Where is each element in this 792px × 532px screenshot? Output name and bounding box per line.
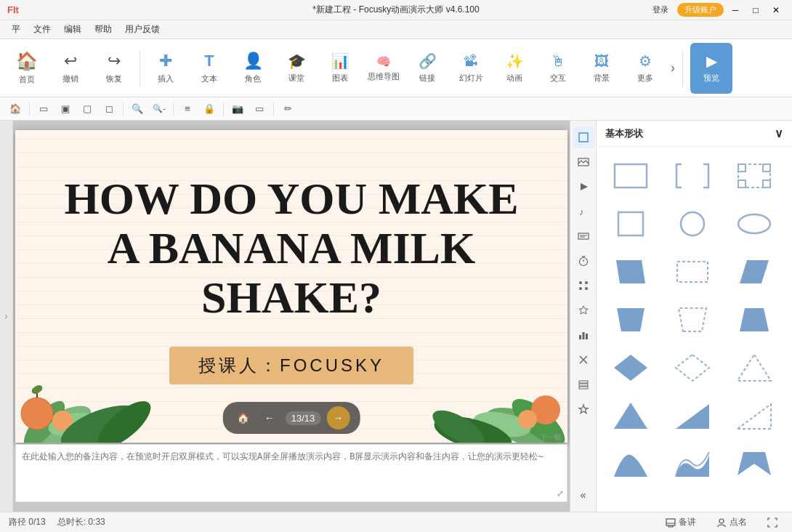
shape-diamond-outline[interactable] [666, 346, 719, 390]
shape-circle[interactable] [666, 202, 719, 246]
tool-interaction[interactable]: 🖱 交互 [537, 43, 579, 94]
rp-star-btn[interactable] [573, 398, 594, 420]
shape-pentagon[interactable] [727, 442, 781, 485]
toolbar-expand[interactable]: › [668, 57, 678, 78]
rp-collapse-btn[interactable]: « [573, 484, 594, 506]
action-rect2[interactable]: ▣ [56, 100, 75, 118]
menu-feedback[interactable]: 用户反馈 [119, 22, 166, 37]
rp-group-btn[interactable] [573, 275, 594, 297]
prev-overlay-btn[interactable]: ← [259, 408, 280, 428]
rp-layers-btn[interactable] [573, 374, 594, 395]
rp-music-btn[interactable]: ♪ [573, 201, 594, 222]
action-rect1[interactable]: ▭ [34, 100, 53, 118]
close-button[interactable]: ✕ [767, 4, 785, 17]
shape-triangle-outline[interactable] [727, 346, 781, 390]
svg-marker-60 [676, 404, 709, 429]
home-overlay-btn[interactable]: 🏠 [233, 408, 254, 428]
svg-marker-53 [617, 308, 644, 331]
shape-diamond-filled[interactable] [604, 346, 658, 390]
tool-character[interactable]: 👤 角色 [232, 43, 274, 94]
shape-bracket-rect[interactable] [666, 154, 719, 198]
rp-animate-btn[interactable] [573, 299, 594, 321]
tool-redo[interactable]: ↪ 恢复 [93, 43, 135, 94]
tool-slideshow[interactable]: 📽 幻灯片 [450, 43, 492, 94]
rp-timer-btn[interactable] [573, 250, 594, 272]
svg-line-26 [583, 256, 585, 257]
svg-rect-44 [763, 164, 770, 172]
path-info: 路径 0/13 [9, 516, 46, 528]
tool-animation[interactable]: ✨ 动画 [493, 43, 536, 94]
tool-background[interactable]: 🖼 背景 [581, 43, 623, 94]
shape-solid-square[interactable] [604, 202, 658, 246]
slide-canvas[interactable]: HOW DO YOU MAKEA BANANA MILKSHAKE? 授课人：F… [15, 130, 567, 443]
next-overlay-btn[interactable]: → [326, 406, 349, 430]
notes-input[interactable] [16, 445, 567, 501]
attendance-button[interactable]: 点名 [711, 515, 753, 530]
action-align[interactable]: ≡ [178, 100, 197, 118]
menu-file[interactable]: 文件 [28, 22, 57, 37]
backup-button[interactable]: 备讲 [660, 515, 702, 530]
shape-right-triangle[interactable] [666, 394, 719, 438]
tool-chart[interactable]: 📊 图表 [319, 43, 361, 94]
title-bar-right: 登录 升级账户 ─ □ ✕ [647, 3, 785, 17]
action-zoom-out[interactable]: 🔍- [150, 100, 169, 118]
tool-classroom[interactable]: 🎓 课堂 [275, 43, 318, 94]
svg-marker-55 [740, 308, 769, 331]
tool-preview[interactable]: ▶ 预览 [690, 43, 732, 94]
rp-video-btn[interactable] [573, 176, 594, 198]
tool-undo[interactable]: ↩ 撤销 [49, 43, 92, 94]
menu-bar: 平 文件 编辑 帮助 用户反馈 [0, 20, 792, 39]
svg-marker-50 [616, 260, 645, 283]
menu-flat[interactable]: 平 [6, 22, 26, 37]
action-home[interactable]: 🏠 [6, 100, 25, 118]
svg-rect-41 [615, 164, 647, 188]
svg-rect-39 [579, 387, 588, 389]
toolbar: 🏠 首页 ↩ 撤销 ↪ 恢复 ✚ 插入 T 文本 👤 角色 🎓 课堂 📊 图表 … [0, 39, 792, 97]
rp-cross-btn[interactable] [573, 349, 594, 371]
tool-mindmap[interactable]: 🧠 思维导图 [363, 43, 405, 94]
shape-wave[interactable] [666, 442, 719, 485]
shape-trapezoid-dashed[interactable] [666, 298, 719, 342]
menu-edit[interactable]: 编辑 [58, 22, 87, 37]
menu-help[interactable]: 帮助 [89, 22, 118, 37]
tool-insert[interactable]: ✚ 插入 [145, 43, 187, 94]
action-lock[interactable]: 🔒 [200, 100, 219, 118]
action-rect4[interactable]: ◻ [100, 100, 118, 118]
action-edit[interactable]: ✏ [278, 100, 297, 118]
shape-dashed-corner[interactable] [727, 154, 781, 198]
action-zoom-in[interactable]: 🔍 [128, 100, 147, 118]
shape-triangle-filled[interactable] [604, 394, 658, 438]
sep1 [29, 102, 30, 116]
shape-panel-expand-icon[interactable]: ∨ [775, 126, 783, 140]
sep3 [173, 102, 174, 116]
tool-link[interactable]: 🔗 链接 [406, 43, 448, 94]
shape-right-triangle-dashed[interactable] [727, 394, 781, 438]
divider-2 [682, 50, 683, 86]
shape-trapezoid[interactable] [604, 298, 658, 342]
minimize-button[interactable]: ─ [727, 4, 744, 17]
upgrade-button[interactable]: 升级账户 [677, 3, 724, 17]
shape-filled-parallelogram[interactable] [727, 250, 781, 294]
rp-chart-btn[interactable] [573, 324, 594, 346]
action-screen[interactable]: ▭ [250, 100, 269, 118]
shape-oval[interactable] [727, 202, 781, 246]
rp-image-btn[interactable] [573, 151, 594, 173]
shape-rect-outline[interactable] [604, 154, 658, 198]
svg-marker-40 [579, 405, 588, 414]
tool-text[interactable]: T 文本 [188, 43, 230, 94]
shape-hill[interactable] [604, 442, 658, 485]
shape-dashed-rect[interactable] [666, 250, 719, 294]
fullscreen-button[interactable] [761, 516, 783, 529]
rp-textbox-btn[interactable] [573, 225, 594, 247]
left-panel-toggle[interactable]: › [0, 121, 13, 512]
shape-trapezoid-filled[interactable] [727, 298, 781, 342]
login-button[interactable]: 登录 [647, 3, 674, 17]
tool-home[interactable]: 🏠 首页 [6, 43, 48, 94]
action-rect3[interactable]: ▢ [78, 100, 97, 118]
shape-parallelogram[interactable] [604, 250, 658, 294]
tool-more[interactable]: ⚙ 更多 [624, 43, 666, 94]
notes-expand-button[interactable]: ⤢ [557, 488, 564, 499]
action-camera[interactable]: 📷 [228, 100, 247, 118]
rp-shapes-btn[interactable] [573, 126, 594, 148]
maximize-button[interactable]: □ [747, 4, 764, 17]
